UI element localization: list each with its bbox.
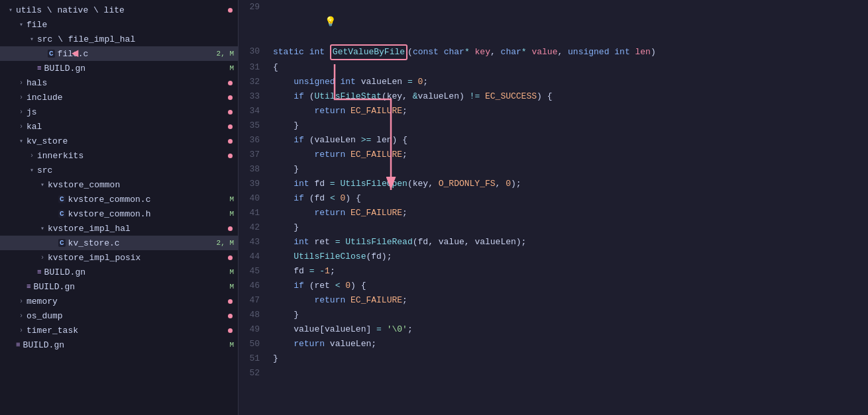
line-number: 43 xyxy=(239,235,270,250)
chevron-right-icon: › xyxy=(16,298,27,305)
tree-item-include[interactable]: › include xyxy=(0,90,238,105)
tree-item-hals[interactable]: › hals xyxy=(0,75,238,90)
tree-item-label: kal xyxy=(27,122,228,132)
line-content: } xyxy=(270,118,868,133)
tree-item-file[interactable]: ▾ file xyxy=(0,17,238,32)
build-file-icon: ≡ xyxy=(37,268,42,276)
code-line: 45 fd = -1; xyxy=(239,264,868,279)
tree-item-build-gn-1[interactable]: ≡ BUILD.gn M xyxy=(0,61,238,75)
line-content: } xyxy=(270,351,868,366)
chevron-right-icon: › xyxy=(16,94,27,101)
tree-item-label: src \ file_impl_hal xyxy=(37,34,238,44)
tree-item-kvstore-common[interactable]: ▾ kvstore_common xyxy=(0,177,238,192)
code-line: 39 int fd = UtilsFileOpen(key, O_RDONLY_… xyxy=(239,177,868,191)
tree-item-label: utils \ native \ lite xyxy=(16,5,228,15)
tree-item-kvstore-impl-posix[interactable]: › kvstore_impl_posix xyxy=(0,250,238,265)
tree-item-label: kvstore_impl_hal xyxy=(48,224,228,234)
tree-item-label: js xyxy=(27,107,228,117)
line-number: 46 xyxy=(239,279,270,293)
code-line: 32 unsigned int valueLen = 0; xyxy=(239,75,868,89)
tree-item-build-gn-4[interactable]: ≡ BUILD.gn M xyxy=(0,338,238,352)
code-line: 36 if (valueLen >= len) { xyxy=(239,133,868,148)
code-line: 34 return EC_FAILURE; xyxy=(239,104,868,118)
tree-item-label: kvstore_impl_posix xyxy=(48,253,228,263)
status-dot xyxy=(228,110,233,115)
tree-item-innerkits[interactable]: › innerkits xyxy=(0,148,238,163)
line-number: 51 xyxy=(239,351,270,366)
status-dot xyxy=(228,328,233,333)
tree-item-file-c[interactable]: C file.c 2, M ◄ xyxy=(0,46,238,61)
line-content: if (UtilsFileStat(key, &valueLen) != EC_… xyxy=(270,89,868,104)
tree-item-label: src xyxy=(37,165,238,175)
chevron-right-icon: › xyxy=(16,109,27,116)
file-badge: M xyxy=(229,341,234,349)
chevron-down-icon: ▾ xyxy=(5,6,16,14)
tree-item-kal[interactable]: › kal xyxy=(0,119,238,134)
line-content: { xyxy=(270,60,868,75)
code-line: 30 static int GetValueByFile(const char*… xyxy=(239,44,868,60)
tree-item-label: include xyxy=(27,93,228,103)
chevron-right-icon: › xyxy=(37,254,48,261)
tree-item-kvstore-impl-hal[interactable]: ▾ kvstore_impl_hal xyxy=(0,221,238,236)
line-number: 48 xyxy=(239,308,270,322)
code-editor: 29 💡 30 static int GetValueByFile(const … xyxy=(239,0,868,415)
tree-item-build-gn-3[interactable]: ≡ BUILD.gn M xyxy=(0,279,238,294)
tree-item-label: kvstore_common.h xyxy=(68,209,230,219)
tree-item-kv-store[interactable]: ▾ kv_store xyxy=(0,134,238,148)
line-number: 38 xyxy=(239,162,270,177)
tree-item-kvstore-common-c[interactable]: C kvstore_common.c M xyxy=(0,192,238,207)
status-dot xyxy=(228,314,233,318)
code-container: 29 💡 30 static int GetValueByFile(const … xyxy=(239,0,868,394)
file-badge: M xyxy=(229,64,234,72)
chevron-down-icon: ▾ xyxy=(27,166,37,174)
code-line: 52 xyxy=(239,366,868,381)
status-dot xyxy=(228,8,233,13)
line-content: return EC_FAILURE; xyxy=(270,293,868,308)
tree-item-label: innerkits xyxy=(37,151,228,161)
tree-item-kvstore-common-h[interactable]: C kvstore_common.h M xyxy=(0,207,238,221)
build-file-icon: ≡ xyxy=(37,64,42,72)
build-file-icon: ≡ xyxy=(27,283,31,291)
file-badge: 2, M xyxy=(217,239,234,247)
tree-item-timer-task[interactable]: › timer_task xyxy=(0,323,238,338)
editor-scroll-area[interactable]: 29 💡 30 static int GetValueByFile(const … xyxy=(239,0,868,415)
chevron-right-icon: › xyxy=(16,79,27,87)
tree-item-label: BUILD.gn xyxy=(44,267,230,277)
line-content: int fd = UtilsFileOpen(key, O_RDONLY_FS,… xyxy=(270,177,868,191)
tree-item-label: memory xyxy=(27,297,228,306)
chevron-right-icon: › xyxy=(16,123,27,130)
line-number: 39 xyxy=(239,177,270,191)
line-content: } xyxy=(270,220,868,235)
line-number: 41 xyxy=(239,206,270,220)
tree-item-kv-store-c[interactable]: C kv_store.c 2, M xyxy=(0,236,238,250)
tree-item-os-dump[interactable]: › os_dump xyxy=(0,308,238,323)
line-number: 49 xyxy=(239,322,270,337)
tree-item-src[interactable]: ▾ src xyxy=(0,163,238,177)
status-dot xyxy=(228,226,233,231)
tree-item-label: os_dump xyxy=(27,311,228,321)
code-line: 31 { xyxy=(239,60,868,75)
file-badge: M xyxy=(229,195,234,203)
line-content: return EC_FAILURE; xyxy=(270,206,868,220)
line-content: return valueLen; xyxy=(270,337,868,351)
code-line: 48 } xyxy=(239,308,868,322)
code-line: 51 } xyxy=(239,351,868,366)
line-number: 47 xyxy=(239,293,270,308)
tree-item-label: file.c xyxy=(58,49,217,59)
chevron-down-icon: ▾ xyxy=(37,181,48,189)
file-explorer-sidebar[interactable]: ▾ utils \ native \ lite ▾ file ▾ src \ f… xyxy=(0,0,239,415)
tree-item-utils-native-lite[interactable]: ▾ utils \ native \ lite xyxy=(0,3,238,17)
code-line: 46 if (ret < 0) { xyxy=(239,279,868,293)
line-number: 52 xyxy=(239,366,270,381)
line-content: 💡 xyxy=(270,0,868,44)
tree-item-memory[interactable]: › memory xyxy=(0,294,238,308)
tree-item-src-file-impl-hal[interactable]: ▾ src \ file_impl_hal xyxy=(0,32,238,46)
chevron-right-icon: › xyxy=(16,312,27,320)
line-number: 42 xyxy=(239,220,270,235)
tree-item-label: BUILD.gn xyxy=(44,64,230,73)
chevron-right-icon: › xyxy=(16,327,27,334)
code-line: 43 int ret = UtilsFileRead(fd, value, va… xyxy=(239,235,868,250)
tree-item-build-gn-2[interactable]: ≡ BUILD.gn M xyxy=(0,265,238,279)
tree-item-js[interactable]: › js xyxy=(0,105,238,119)
code-line: 38 } xyxy=(239,162,868,177)
